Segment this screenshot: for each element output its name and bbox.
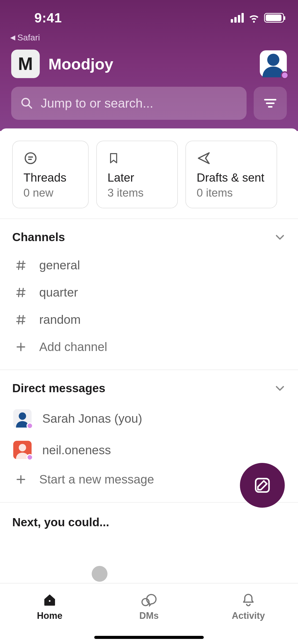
section-title: Channels — [12, 230, 65, 244]
workspace-name[interactable]: Moodjoy — [48, 55, 260, 73]
channel-label: quarter — [39, 285, 78, 299]
hash-icon — [13, 314, 29, 325]
wifi-icon — [248, 12, 260, 23]
back-caret-icon: ◀ — [10, 34, 15, 41]
presence-dot-icon — [281, 71, 289, 79]
home-icon — [43, 593, 57, 607]
bottom-nav: Home DMs Activity — [0, 583, 298, 644]
nav-label: Home — [37, 610, 62, 621]
channel-label: general — [39, 258, 80, 272]
channel-item[interactable]: random — [12, 306, 286, 333]
filter-button[interactable] — [254, 87, 287, 120]
quick-cards: Threads 0 new Later 3 items Drafts & sen… — [0, 128, 298, 219]
add-channel[interactable]: Add channel — [12, 333, 286, 360]
start-message-label: Start a new message — [39, 472, 154, 486]
presence-dot-icon — [26, 422, 33, 429]
svg-point-6 — [19, 413, 26, 420]
card-threads[interactable]: Threads 0 new — [12, 141, 89, 208]
card-drafts[interactable]: Drafts & sent 0 items — [185, 141, 277, 208]
channel-label: random — [39, 313, 81, 327]
dms-icon — [141, 593, 157, 607]
search-icon — [20, 97, 33, 110]
hash-icon — [13, 287, 29, 298]
card-title: Drafts & sent — [197, 171, 266, 184]
chevron-down-icon — [274, 382, 286, 394]
card-title: Later — [107, 171, 167, 184]
add-channel-label: Add channel — [39, 340, 107, 354]
svg-line-2 — [28, 105, 32, 108]
bookmark-icon — [107, 151, 120, 166]
signal-icon — [231, 13, 244, 23]
nav-label: DMs — [139, 610, 159, 621]
touch-cursor-icon — [92, 566, 107, 582]
nav-label: Activity — [232, 610, 265, 621]
section-channels: Channels general quarter random Add chan… — [0, 219, 298, 370]
workspace-switcher[interactable]: M — [11, 50, 40, 78]
nav-home[interactable]: Home — [0, 583, 99, 644]
filter-icon — [264, 97, 276, 110]
svg-point-3 — [25, 153, 36, 164]
threads-icon — [23, 151, 38, 166]
back-app-label: Safari — [17, 33, 40, 42]
dm-item[interactable]: Sarah Jonas (you) — [12, 403, 286, 434]
card-subtitle: 3 items — [107, 186, 167, 199]
plus-icon — [13, 474, 29, 485]
channel-item[interactable]: general — [12, 252, 286, 279]
chevron-down-icon — [274, 231, 286, 243]
avatar — [13, 409, 32, 428]
battery-icon — [264, 13, 284, 23]
svg-point-9 — [49, 600, 51, 602]
svg-point-7 — [19, 444, 26, 451]
dm-item[interactable]: neil.oneness — [12, 434, 286, 466]
card-subtitle: 0 items — [197, 186, 266, 199]
status-indicators — [231, 12, 284, 23]
card-title: Threads — [23, 171, 77, 184]
search-placeholder: Jump to or search... — [41, 96, 153, 111]
workspace-initial: M — [18, 54, 33, 74]
compose-fab[interactable] — [240, 463, 285, 508]
channel-item[interactable]: quarter — [12, 279, 286, 306]
avatar — [13, 441, 32, 459]
section-header-channels[interactable]: Channels — [12, 230, 286, 244]
bell-icon — [241, 593, 255, 607]
nav-activity[interactable]: Activity — [199, 583, 298, 644]
section-header-dms[interactable]: Direct messages — [12, 381, 286, 395]
svg-point-0 — [267, 54, 279, 66]
hash-icon — [13, 260, 29, 271]
card-subtitle: 0 new — [23, 186, 77, 199]
dm-label: Sarah Jonas (you) — [42, 412, 142, 426]
card-later[interactable]: Later 3 items — [96, 141, 178, 208]
plus-icon — [13, 341, 29, 353]
home-indicator[interactable] — [94, 636, 204, 639]
status-time: 9:41 — [14, 10, 62, 25]
section-title: Next, you could... — [12, 515, 286, 529]
profile-button[interactable] — [260, 50, 287, 77]
status-bar: 9:41 — [0, 5, 298, 25]
section-next: Next, you could... — [0, 503, 298, 565]
nav-dms[interactable]: DMs — [99, 583, 199, 644]
section-title: Direct messages — [12, 381, 105, 395]
send-icon — [197, 151, 211, 166]
presence-dot-icon — [26, 454, 33, 461]
dm-label: neil.oneness — [42, 443, 111, 457]
back-to-app[interactable]: ◀ Safari — [0, 25, 298, 42]
search-input[interactable]: Jump to or search... — [11, 87, 247, 120]
compose-icon — [253, 476, 271, 494]
